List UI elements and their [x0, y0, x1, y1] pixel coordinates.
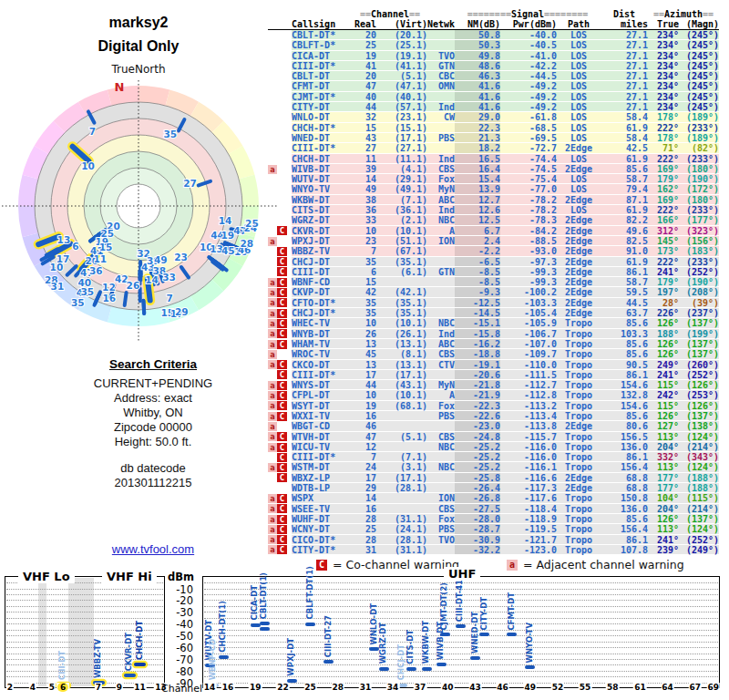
- station-bar: [406, 667, 416, 671]
- station-label: WPXJ-DT: [286, 638, 297, 676]
- dbm-tick-label: -10: [168, 583, 193, 596]
- dbm-tick-label: -60: [168, 642, 193, 654]
- station-label: CBLFT-DT(1): [305, 566, 316, 620]
- station-label: CIII-DT-27: [323, 615, 334, 657]
- station-label: CIII-DT-41: [455, 580, 466, 622]
- station-label: CHCH-DT(1): [218, 601, 229, 653]
- station-bar: [525, 665, 535, 669]
- station-bar: [219, 655, 229, 659]
- channel-tick: 4: [29, 683, 36, 692]
- channel-tick: 9: [116, 683, 123, 692]
- channel-tick: 28: [331, 683, 344, 692]
- dbm-tick-label: -40: [168, 618, 193, 631]
- station-label: WKBW-DT: [421, 621, 432, 664]
- station-label: CITY-DT: [479, 597, 490, 631]
- station-bar: [124, 674, 136, 677]
- channel-tick: 37: [414, 683, 427, 692]
- station-label: CFMT-DT: [507, 592, 518, 630]
- dbm-axis-label: dBm: [168, 571, 193, 583]
- dbm-tick-label: -20: [168, 594, 193, 607]
- station-bar: [440, 633, 450, 636]
- channel-tick: 16: [221, 683, 235, 692]
- station-bar: [456, 624, 466, 628]
- station-label: CBLT-DT(1): [259, 572, 270, 619]
- channel-tick: 22: [276, 683, 290, 692]
- channel-tick: 64: [661, 683, 674, 692]
- channel-tick: 11: [133, 683, 147, 692]
- station-bar: [422, 667, 432, 671]
- station-bar: [260, 622, 270, 625]
- channel-tick: 34: [386, 683, 400, 692]
- channel-tick: 58: [606, 683, 620, 692]
- station-label: CITS-DT: [406, 630, 416, 664]
- channel-tick: 2: [6, 683, 14, 692]
- channel-tick: 43: [468, 683, 482, 692]
- station-bar: [470, 656, 480, 660]
- station-bar: [323, 660, 334, 664]
- dbm-tick-label: -30: [168, 606, 193, 619]
- tvfool-report: marksy2 Digital Only 2025194120474044321…: [0, 0, 729, 700]
- channel-tick: 31: [359, 683, 373, 692]
- vhf-lo-band-label: VHF Lo: [18, 570, 75, 583]
- band-charts-layer: -10-20-30-40-50-60-70-80-90CIII-DTWBBZ-T…: [0, 0, 729, 700]
- station-bar: [479, 633, 489, 636]
- station-bar: [436, 663, 447, 666]
- station-label: WBBZ-TV: [93, 639, 104, 678]
- vhf-hi-band-label: VHF Hi: [102, 570, 157, 583]
- channel-tick: 69: [707, 683, 721, 692]
- station-label: CIII-DT: [57, 651, 68, 680]
- channel-tick: 6: [56, 683, 69, 692]
- station-bar: [260, 627, 270, 631]
- station-bar: [507, 633, 517, 636]
- station-bar: [134, 663, 146, 666]
- station-label: CHCH-DT: [135, 621, 146, 660]
- channel-tick: 52: [551, 683, 565, 692]
- channel-tick: 61: [633, 683, 647, 692]
- station-bar: [379, 667, 389, 671]
- channel-tick: 46: [496, 683, 509, 692]
- channel-tick: 7: [95, 683, 102, 692]
- channel-tick: 49: [524, 683, 538, 692]
- station-label: WNYO-TV: [525, 623, 536, 663]
- channel-tick: 40: [441, 683, 455, 692]
- channel-tick: 67: [688, 683, 702, 692]
- station-label: CJMT-DT(2): [439, 582, 450, 630]
- dbm-tick-label: -80: [168, 665, 193, 678]
- dbm-tick-label: -70: [168, 654, 193, 666]
- station-label: WGRZ-DT: [378, 623, 389, 664]
- channel-axis-label: Channel: [161, 683, 202, 695]
- dbm-tick-label: -50: [168, 630, 193, 643]
- channel-tick: 25: [303, 683, 317, 692]
- channel-tick: 14: [203, 683, 217, 692]
- uhf-band-label: UHF: [444, 567, 480, 581]
- station-bar: [305, 623, 315, 626]
- channel-tick: 19: [249, 683, 262, 692]
- channel-tick: 55: [579, 683, 592, 692]
- channel-tick: 5: [48, 683, 56, 692]
